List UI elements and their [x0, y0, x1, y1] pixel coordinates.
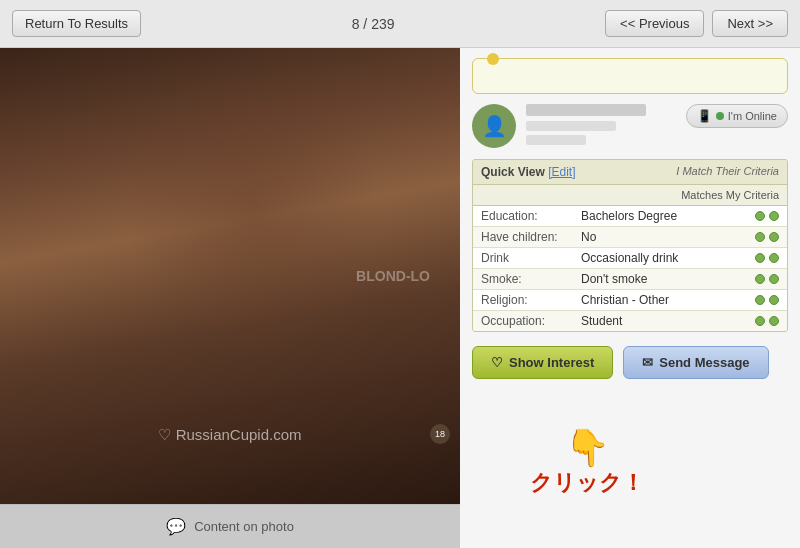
row-label: Have children: — [481, 230, 581, 244]
logo-badge: 18 — [430, 424, 450, 444]
quick-view-table: Quick View [Edit] I Match Their Criteria… — [472, 159, 788, 332]
match-dot-1 — [755, 232, 765, 242]
row-value: Bachelors Degree — [581, 209, 755, 223]
profile-detail-1 — [526, 121, 616, 131]
row-value: Don't smoke — [581, 272, 755, 286]
send-message-label: Send Message — [659, 355, 749, 370]
table-rows: Education:Bachelors DegreeHave children:… — [473, 206, 787, 331]
row-label: Religion: — [481, 293, 581, 307]
return-to-results-button[interactable]: Return To Results — [12, 10, 141, 37]
table-row: Smoke:Don't smoke — [473, 269, 787, 290]
message-send-icon: ✉ — [642, 355, 653, 370]
match-dot-2 — [769, 211, 779, 221]
comment-bar[interactable]: 💬 Content on photo — [0, 504, 460, 548]
profile-info — [526, 104, 676, 149]
row-dots — [755, 274, 779, 284]
message-dot — [487, 53, 499, 65]
show-interest-button[interactable]: ♡ Show Interest — [472, 346, 613, 379]
quick-view-label: Quick View — [481, 165, 545, 179]
online-badge: 📱 I'm Online — [686, 104, 788, 128]
profile-header: 👤 📱 I'm Online — [472, 104, 788, 149]
match-dot-2 — [769, 274, 779, 284]
heart-interest-icon: ♡ — [491, 355, 503, 370]
criteria-subheader: Matches My Criteria — [473, 185, 787, 206]
table-row: Have children:No — [473, 227, 787, 248]
table-row: DrinkOccasionally drink — [473, 248, 787, 269]
nav-buttons: << Previous Next >> — [605, 10, 788, 37]
right-panel: 👤 📱 I'm Online Quick View [Edit] — [460, 48, 800, 548]
quick-view-header: Quick View [Edit] I Match Their Criteria — [473, 160, 787, 185]
comment-label: Content on photo — [194, 519, 294, 534]
profile-name-placeholder — [526, 104, 646, 116]
blond-watermark: BLOND-LO — [356, 268, 430, 284]
top-bar: Return To Results 8 / 239 << Previous Ne… — [0, 0, 800, 48]
matches-my-criteria-label: Matches My Criteria — [681, 189, 779, 201]
action-buttons: ♡ Show Interest ✉ Send Message — [472, 346, 788, 379]
message-bubble — [472, 58, 788, 94]
send-message-button[interactable]: ✉ Send Message — [623, 346, 768, 379]
row-label: Drink — [481, 251, 581, 265]
row-value: Student — [581, 314, 755, 328]
match-dot-2 — [769, 316, 779, 326]
row-label: Occupation: — [481, 314, 581, 328]
match-dot-2 — [769, 253, 779, 263]
profile-detail-2 — [526, 135, 586, 145]
table-row: Education:Bachelors Degree — [473, 206, 787, 227]
match-dot-2 — [769, 295, 779, 305]
person-icon: 👤 — [482, 114, 507, 138]
online-label: I'm Online — [728, 110, 777, 122]
phone-icon: 📱 — [697, 109, 712, 123]
page-counter: 8 / 239 — [141, 16, 605, 32]
show-interest-label: Show Interest — [509, 355, 594, 370]
row-dots — [755, 295, 779, 305]
comment-icon: 💬 — [166, 517, 186, 536]
next-button[interactable]: Next >> — [712, 10, 788, 37]
main-content: BLOND-LO RussianCupid.com 18 💬 Content o… — [0, 48, 800, 548]
row-value: Christian - Other — [581, 293, 755, 307]
row-dots — [755, 232, 779, 242]
table-row: Religion:Christian - Other — [473, 290, 787, 311]
row-value: Occasionally drink — [581, 251, 755, 265]
heart-icon — [158, 426, 175, 443]
row-label: Education: — [481, 209, 581, 223]
row-dots — [755, 316, 779, 326]
profile-photo: BLOND-LO RussianCupid.com 18 — [0, 48, 460, 504]
match-dot-1 — [755, 274, 765, 284]
previous-button[interactable]: << Previous — [605, 10, 704, 37]
match-dot-1 — [755, 316, 765, 326]
table-row: Occupation:Student — [473, 311, 787, 331]
match-dot-1 — [755, 253, 765, 263]
criteria-header-right: I Match Their Criteria — [676, 165, 779, 177]
avatar: 👤 — [472, 104, 516, 148]
photo-section: BLOND-LO RussianCupid.com 18 💬 Content o… — [0, 48, 460, 548]
edit-link[interactable]: [Edit] — [548, 165, 575, 179]
row-dots — [755, 253, 779, 263]
match-dot-1 — [755, 211, 765, 221]
match-dot-1 — [755, 295, 765, 305]
row-value: No — [581, 230, 755, 244]
online-dot — [716, 112, 724, 120]
match-dot-2 — [769, 232, 779, 242]
row-label: Smoke: — [481, 272, 581, 286]
watermark: RussianCupid.com — [158, 426, 301, 444]
row-dots — [755, 211, 779, 221]
